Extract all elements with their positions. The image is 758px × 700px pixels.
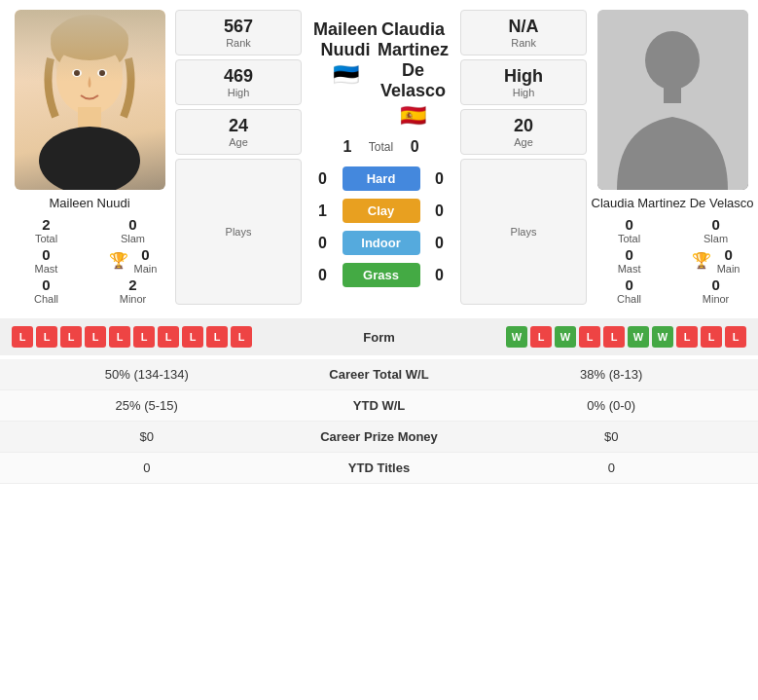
right-player-name-center: Claudia Martinez De Velasco 🇪🇸 (378, 19, 449, 130)
left-plays-box: Plays (175, 159, 302, 305)
svg-point-8 (51, 18, 128, 60)
right-player-photo (597, 10, 748, 190)
surface-indoor-row: 0 Indoor 0 (306, 231, 456, 255)
right-trophy-row: 🏆 0 Main (677, 246, 754, 275)
left-middle-stats: 567 Rank 469 High 24 Age Plays (175, 10, 302, 305)
left-player-card: Maileen Nuudi 2 Total 0 Slam 0 Mast 🏆 (8, 10, 171, 305)
stats-row-left-val: 25% (5-15) (12, 398, 282, 413)
right-middle-stats: N/A Rank High High 20 Age Plays (460, 10, 587, 305)
left-form-badge: L (60, 326, 82, 348)
stats-row-left-val: 50% (134-134) (12, 367, 282, 382)
stats-row-right-val: $0 (477, 429, 747, 444)
svg-point-0 (51, 15, 128, 73)
right-player-silhouette (597, 10, 748, 190)
left-form-badge: L (36, 326, 57, 348)
left-trophy-icon: 🏆 (109, 251, 128, 270)
left-form-badge: L (133, 326, 155, 348)
left-player-name: Maileen Nuudi (49, 196, 129, 210)
surface-grass-row: 0 Grass 0 (306, 263, 456, 287)
surface-grass-btn[interactable]: Grass (343, 263, 420, 287)
left-form-badge: L (206, 326, 228, 348)
right-form-badge: L (603, 326, 625, 348)
stats-row-center-label: YTD Titles (282, 461, 477, 475)
stats-row: $0Career Prize Money$0 (0, 422, 758, 453)
right-trophy-icon: 🏆 (692, 251, 711, 270)
stats-row-right-val: 0% (0-0) (477, 398, 747, 413)
svg-rect-2 (78, 107, 101, 129)
surface-hard-row: 0 Hard 0 (306, 166, 456, 191)
svg-point-1 (56, 41, 123, 115)
total-row: 1 Total 0 (338, 138, 424, 156)
left-slam-stat: 0 Slam (94, 216, 171, 244)
right-form-badge: L (701, 326, 722, 348)
stats-row-center-label: Career Prize Money (282, 429, 477, 444)
right-slam-stat: 0 Slam (677, 216, 754, 244)
top-section: Maileen Nuudi 2 Total 0 Slam 0 Mast 🏆 (0, 0, 758, 314)
stats-table: 50% (134-134)Career Total W/L38% (8-13)2… (0, 359, 758, 484)
left-high-box: 469 High (175, 59, 302, 105)
right-chall-stat: 0 Chall (591, 276, 668, 305)
left-form-badge: L (158, 326, 179, 348)
svg-point-10 (645, 31, 700, 90)
right-form-badge: L (530, 326, 552, 348)
stats-row: 25% (5-15)YTD W/L0% (0-0) (0, 390, 758, 422)
right-minor-stat: 0 Minor (677, 276, 754, 305)
stats-row-center-label: YTD W/L (282, 398, 477, 413)
left-player-name-center: Maileen Nuudi 🇪🇪 (313, 19, 378, 90)
stats-row: 0YTD Titles0 (0, 453, 758, 484)
form-label: Form (363, 330, 395, 345)
surface-clay-row: 1 Clay 0 (306, 199, 456, 223)
right-form-badge: L (725, 326, 746, 348)
left-form-badge: L (85, 326, 106, 348)
left-total-stat: 2 Total (8, 216, 85, 244)
left-form-badge: L (182, 326, 203, 348)
svg-point-6 (74, 70, 80, 76)
main-container: Maileen Nuudi 2 Total 0 Slam 0 Mast 🏆 (0, 0, 758, 484)
left-trophy-row: 🏆 0 Main (94, 246, 171, 275)
right-form-badge: W (628, 326, 649, 348)
surface-clay-btn[interactable]: Clay (343, 199, 420, 223)
left-age-box: 24 Age (175, 109, 302, 155)
svg-rect-11 (664, 86, 681, 103)
left-chall-stat: 0 Chall (8, 276, 85, 305)
stats-row-right-val: 0 (477, 461, 747, 475)
svg-point-4 (72, 69, 82, 77)
left-stats-grid: 2 Total 0 Slam 0 Mast 🏆 0 Main (8, 216, 171, 305)
right-total-stat: 0 Total (591, 216, 668, 244)
left-form-badge: L (12, 326, 33, 348)
center-col: Maileen Nuudi 🇪🇪 Claudia Martinez De Vel… (306, 10, 456, 305)
surface-hard-btn[interactable]: Hard (343, 166, 420, 191)
left-player-photo (15, 10, 165, 190)
svg-point-5 (97, 69, 107, 77)
right-high-box: High High (460, 59, 587, 105)
left-main-stat: 0 Main (134, 246, 158, 275)
right-form-badge: W (506, 326, 527, 348)
left-form-badges: LLLLLLLLLL (12, 326, 252, 348)
right-stats-grid: 0 Total 0 Slam 0 Mast 🏆 0 Main (591, 216, 754, 305)
surface-indoor-btn[interactable]: Indoor (343, 231, 420, 255)
left-mast-stat: 0 Mast (8, 246, 85, 275)
stats-row-right-val: 38% (8-13) (477, 367, 747, 382)
left-form-badge: L (109, 326, 130, 348)
right-plays-box: Plays (460, 159, 587, 305)
right-form-badge: W (652, 326, 673, 348)
stats-row-left-val: $0 (12, 429, 282, 444)
right-form-badge: L (579, 326, 600, 348)
svg-point-7 (99, 70, 105, 76)
svg-point-3 (39, 127, 140, 190)
left-rank-box: 567 Rank (175, 10, 302, 55)
right-player-card: Claudia Martinez De Velasco 0 Total 0 Sl… (591, 10, 754, 305)
right-form-badge: W (555, 326, 576, 348)
right-mast-stat: 0 Mast (591, 246, 668, 275)
stats-row-left-val: 0 (12, 461, 282, 475)
stats-row-center-label: Career Total W/L (282, 367, 477, 382)
stats-row: 50% (134-134)Career Total W/L38% (8-13) (0, 359, 758, 390)
right-main-stat: 0 Main (717, 246, 740, 275)
right-rank-box: N/A Rank (460, 10, 587, 55)
form-section: LLLLLLLLLL Form WLWLLWWLLL (0, 318, 758, 355)
right-form-badges: WLWLLWWLLL (506, 326, 746, 348)
right-player-name: Claudia Martinez De Velasco (592, 196, 754, 210)
right-age-box: 20 Age (460, 109, 587, 155)
left-form-badge: L (231, 326, 252, 348)
right-form-badge: L (676, 326, 698, 348)
